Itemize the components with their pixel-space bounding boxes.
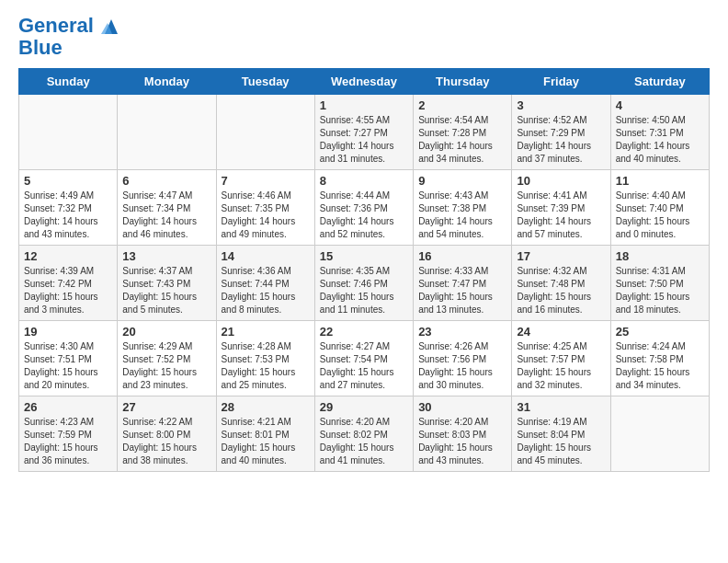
day-info: Sunrise: 4:37 AM Sunset: 7:43 PM Dayligh… (122, 265, 210, 316)
day-info: Sunrise: 4:22 AM Sunset: 8:00 PM Dayligh… (122, 416, 210, 467)
calendar-cell: 17Sunrise: 4:32 AM Sunset: 7:48 PM Dayli… (512, 246, 610, 321)
calendar-cell: 8Sunrise: 4:44 AM Sunset: 7:36 PM Daylig… (314, 170, 413, 246)
day-number: 29 (320, 400, 408, 414)
logo-blue: Blue (18, 36, 63, 59)
col-header-friday: Friday (512, 69, 610, 95)
calendar-cell: 2Sunrise: 4:54 AM Sunset: 7:28 PM Daylig… (414, 95, 512, 170)
day-number: 17 (517, 249, 605, 263)
day-info: Sunrise: 4:54 AM Sunset: 7:28 PM Dayligh… (418, 114, 506, 166)
day-info: Sunrise: 4:50 AM Sunset: 7:31 PM Dayligh… (616, 114, 704, 166)
day-number: 9 (418, 174, 506, 188)
week-row-2: 5Sunrise: 4:49 AM Sunset: 7:32 PM Daylig… (19, 170, 710, 246)
calendar-cell: 31Sunrise: 4:19 AM Sunset: 8:04 PM Dayli… (512, 396, 610, 472)
day-info: Sunrise: 4:20 AM Sunset: 8:02 PM Dayligh… (320, 416, 408, 467)
header-row: SundayMondayTuesdayWednesdayThursdayFrid… (19, 69, 710, 95)
calendar-page: General Blue SundayMondayTuesdayWednesda… (0, 0, 728, 481)
day-info: Sunrise: 4:27 AM Sunset: 7:54 PM Dayligh… (320, 340, 408, 392)
calendar-cell: 15Sunrise: 4:35 AM Sunset: 7:46 PM Dayli… (314, 246, 413, 321)
calendar-cell: 28Sunrise: 4:21 AM Sunset: 8:01 PM Dayli… (216, 396, 314, 472)
calendar-table: SundayMondayTuesdayWednesdayThursdayFrid… (18, 68, 710, 472)
calendar-cell: 4Sunrise: 4:50 AM Sunset: 7:31 PM Daylig… (610, 95, 709, 170)
day-number: 27 (122, 400, 210, 414)
day-info: Sunrise: 4:31 AM Sunset: 7:50 PM Dayligh… (616, 265, 704, 316)
calendar-cell: 9Sunrise: 4:43 AM Sunset: 7:38 PM Daylig… (414, 170, 512, 246)
day-number: 7 (222, 174, 310, 188)
day-number: 31 (517, 400, 605, 414)
logo: General Blue (18, 15, 121, 59)
calendar-cell: 12Sunrise: 4:39 AM Sunset: 7:42 PM Dayli… (19, 246, 118, 321)
day-number: 2 (418, 98, 506, 112)
col-header-tuesday: Tuesday (216, 69, 314, 95)
calendar-cell: 3Sunrise: 4:52 AM Sunset: 7:29 PM Daylig… (512, 95, 610, 170)
logo-icon (101, 17, 121, 36)
day-number: 13 (122, 249, 210, 263)
calendar-cell (118, 95, 216, 170)
calendar-cell: 29Sunrise: 4:20 AM Sunset: 8:02 PM Dayli… (314, 396, 413, 472)
day-number: 8 (320, 174, 408, 188)
day-number: 21 (222, 325, 310, 339)
day-info: Sunrise: 4:25 AM Sunset: 7:57 PM Dayligh… (517, 340, 605, 392)
day-info: Sunrise: 4:33 AM Sunset: 7:47 PM Dayligh… (418, 265, 506, 316)
day-number: 6 (122, 174, 210, 188)
calendar-cell: 13Sunrise: 4:37 AM Sunset: 7:43 PM Dayli… (118, 246, 216, 321)
day-info: Sunrise: 4:52 AM Sunset: 7:29 PM Dayligh… (517, 114, 605, 166)
calendar-cell: 21Sunrise: 4:28 AM Sunset: 7:53 PM Dayli… (216, 321, 314, 396)
day-number: 18 (616, 249, 704, 263)
day-number: 23 (418, 325, 506, 339)
day-info: Sunrise: 4:40 AM Sunset: 7:40 PM Dayligh… (616, 190, 704, 241)
day-info: Sunrise: 4:29 AM Sunset: 7:52 PM Dayligh… (122, 340, 210, 392)
day-number: 11 (616, 174, 704, 188)
day-number: 10 (517, 174, 605, 188)
day-info: Sunrise: 4:26 AM Sunset: 7:56 PM Dayligh… (418, 340, 506, 392)
calendar-cell (610, 396, 709, 472)
day-number: 28 (222, 400, 310, 414)
day-info: Sunrise: 4:39 AM Sunset: 7:42 PM Dayligh… (24, 265, 112, 316)
calendar-cell: 19Sunrise: 4:30 AM Sunset: 7:51 PM Dayli… (19, 321, 118, 396)
day-info: Sunrise: 4:44 AM Sunset: 7:36 PM Dayligh… (320, 190, 408, 241)
day-number: 12 (24, 249, 112, 263)
calendar-cell: 14Sunrise: 4:36 AM Sunset: 7:44 PM Dayli… (216, 246, 314, 321)
day-info: Sunrise: 4:43 AM Sunset: 7:38 PM Dayligh… (418, 190, 506, 241)
day-number: 26 (24, 400, 112, 414)
calendar-cell: 10Sunrise: 4:41 AM Sunset: 7:39 PM Dayli… (512, 170, 610, 246)
calendar-cell: 7Sunrise: 4:46 AM Sunset: 7:35 PM Daylig… (216, 170, 314, 246)
calendar-cell: 30Sunrise: 4:20 AM Sunset: 8:03 PM Dayli… (414, 396, 512, 472)
day-number: 25 (616, 325, 704, 339)
day-number: 20 (122, 325, 210, 339)
col-header-saturday: Saturday (610, 69, 709, 95)
col-header-monday: Monday (118, 69, 216, 95)
col-header-sunday: Sunday (19, 69, 118, 95)
calendar-cell: 20Sunrise: 4:29 AM Sunset: 7:52 PM Dayli… (118, 321, 216, 396)
day-number: 22 (320, 325, 408, 339)
calendar-cell: 26Sunrise: 4:23 AM Sunset: 7:59 PM Dayli… (19, 396, 118, 472)
week-row-4: 19Sunrise: 4:30 AM Sunset: 7:51 PM Dayli… (19, 321, 710, 396)
day-number: 24 (517, 325, 605, 339)
calendar-cell: 27Sunrise: 4:22 AM Sunset: 8:00 PM Dayli… (118, 396, 216, 472)
day-info: Sunrise: 4:30 AM Sunset: 7:51 PM Dayligh… (24, 340, 112, 392)
day-number: 14 (222, 249, 310, 263)
calendar-cell: 22Sunrise: 4:27 AM Sunset: 7:54 PM Dayli… (314, 321, 413, 396)
calendar-cell (19, 95, 118, 170)
day-info: Sunrise: 4:55 AM Sunset: 7:27 PM Dayligh… (320, 114, 408, 166)
day-info: Sunrise: 4:19 AM Sunset: 8:04 PM Dayligh… (517, 416, 605, 467)
calendar-cell: 11Sunrise: 4:40 AM Sunset: 7:40 PM Dayli… (610, 170, 709, 246)
day-info: Sunrise: 4:28 AM Sunset: 7:53 PM Dayligh… (222, 340, 310, 392)
calendar-cell (216, 95, 314, 170)
day-info: Sunrise: 4:20 AM Sunset: 8:03 PM Dayligh… (418, 416, 506, 467)
col-header-thursday: Thursday (414, 69, 512, 95)
calendar-cell: 16Sunrise: 4:33 AM Sunset: 7:47 PM Dayli… (414, 246, 512, 321)
day-number: 4 (616, 98, 704, 112)
day-info: Sunrise: 4:46 AM Sunset: 7:35 PM Dayligh… (222, 190, 310, 241)
day-info: Sunrise: 4:47 AM Sunset: 7:34 PM Dayligh… (122, 190, 210, 241)
day-info: Sunrise: 4:24 AM Sunset: 7:58 PM Dayligh… (616, 340, 704, 392)
calendar-cell: 18Sunrise: 4:31 AM Sunset: 7:50 PM Dayli… (610, 246, 709, 321)
day-info: Sunrise: 4:23 AM Sunset: 7:59 PM Dayligh… (24, 416, 112, 467)
calendar-cell: 1Sunrise: 4:55 AM Sunset: 7:27 PM Daylig… (314, 95, 413, 170)
day-info: Sunrise: 4:41 AM Sunset: 7:39 PM Dayligh… (517, 190, 605, 241)
week-row-1: 1Sunrise: 4:55 AM Sunset: 7:27 PM Daylig… (19, 95, 710, 170)
day-number: 1 (320, 98, 408, 112)
day-number: 16 (418, 249, 506, 263)
calendar-cell: 25Sunrise: 4:24 AM Sunset: 7:58 PM Dayli… (610, 321, 709, 396)
week-row-3: 12Sunrise: 4:39 AM Sunset: 7:42 PM Dayli… (19, 246, 710, 321)
day-number: 5 (24, 174, 112, 188)
